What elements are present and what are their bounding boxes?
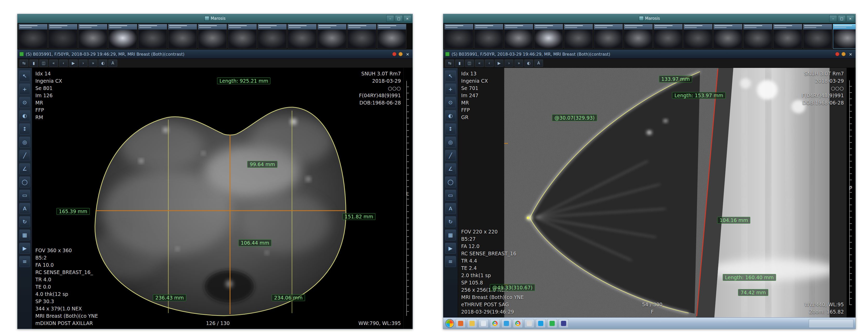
sync-icon[interactable]: ⇆ <box>20 60 28 67</box>
series-thumbnail[interactable] <box>168 24 197 49</box>
roi-ellipse-icon[interactable]: ◯ <box>19 177 30 187</box>
explorer-folder-icon[interactable] <box>467 319 477 328</box>
series-thumbnail[interactable] <box>833 24 856 49</box>
ruler-icon[interactable]: ╱ <box>445 150 456 161</box>
magnify-icon[interactable]: ◎ <box>19 137 30 148</box>
stack-scroll-icon[interactable]: ↕ <box>445 123 456 134</box>
layout-grid-icon[interactable]: ◫ <box>465 60 474 67</box>
settings-icon[interactable]: ≡ <box>445 256 456 267</box>
system-tray[interactable] <box>809 319 854 328</box>
series-thumbnail[interactable] <box>803 24 832 49</box>
start-button[interactable] <box>445 319 454 328</box>
quick-launch-icon[interactable] <box>456 319 466 328</box>
magnify-icon[interactable]: ◎ <box>445 137 456 148</box>
text-annotation-icon[interactable]: A <box>19 203 30 214</box>
minimize-button[interactable]: – <box>829 15 837 22</box>
last-image-icon[interactable]: » <box>515 60 523 67</box>
roi-rect-icon[interactable]: ▭ <box>19 190 30 201</box>
status-dot-icon[interactable] <box>841 52 846 56</box>
select-icon[interactable]: ↖ <box>445 70 456 81</box>
overlay-toggle-icon[interactable]: A <box>108 60 117 67</box>
window-level-icon[interactable]: ◐ <box>445 110 456 121</box>
first-image-icon[interactable]: « <box>49 60 58 67</box>
series-thumbnail[interactable] <box>624 24 653 49</box>
series-thumbnail[interactable] <box>594 24 623 49</box>
zoom-icon[interactable]: ⊙ <box>19 97 30 108</box>
series-thumbnail[interactable] <box>713 24 742 49</box>
series-thumbnail[interactable] <box>534 24 563 49</box>
image-viewport-axial[interactable]: Idx 14Ingenia CXSe 801Im 126MRFFPRM SNUH… <box>32 68 403 329</box>
measurement-label[interactable]: 151.82 mm <box>342 213 376 220</box>
series-thumbnail[interactable] <box>444 24 473 49</box>
media-app-icon[interactable] <box>524 319 534 328</box>
cine-icon[interactable]: ▶ <box>445 243 456 254</box>
image-viewport-sagittal[interactable]: Idx 13Ingenia CXSe 701Im 247MRFFPGR SNUH… <box>458 68 846 318</box>
next-image-icon[interactable]: › <box>79 60 88 67</box>
overlay-toggle-icon[interactable]: A <box>534 60 543 67</box>
layout-1x1-icon[interactable]: ▮ <box>455 60 464 67</box>
series-thumbnail[interactable] <box>773 24 802 49</box>
pan-icon[interactable]: + <box>19 84 30 95</box>
measurement-label[interactable]: Length: 925.21 mm <box>217 78 271 84</box>
series-thumbnail[interactable] <box>138 24 167 49</box>
series-thumbnail[interactable] <box>19 24 48 49</box>
chrome-browser-icon-2[interactable] <box>513 319 523 328</box>
chrome-browser-icon[interactable] <box>490 319 500 328</box>
series-thumbnail[interactable] <box>654 24 683 49</box>
measurement-label[interactable]: Length: 160.40 mm <box>723 274 776 281</box>
series-thumbnail[interactable] <box>108 24 137 49</box>
layout-grid-icon[interactable]: ◫ <box>39 60 48 67</box>
measurement-label[interactable]: 165.39 mm <box>56 208 90 215</box>
maximize-button[interactable]: □ <box>395 15 403 22</box>
series-thumbnail[interactable] <box>564 24 593 49</box>
measurement-label[interactable]: 106.44 mm <box>238 239 272 246</box>
series-thumbnail[interactable] <box>474 24 503 49</box>
text-annotation-icon[interactable]: A <box>445 203 456 214</box>
invert-icon[interactable]: ◐ <box>98 60 107 67</box>
layout-1x1-icon[interactable]: ▮ <box>29 60 38 67</box>
angle-icon[interactable]: ∠ <box>19 163 30 174</box>
measurement-label[interactable]: 236.43 mm <box>153 294 186 301</box>
window-titlebar[interactable]: Marosis – □ × <box>18 14 412 23</box>
alert-icon[interactable] <box>392 52 397 56</box>
roi-rect-icon[interactable]: ▭ <box>445 190 456 201</box>
document-app-icon[interactable] <box>478 319 489 328</box>
stack-scroll-icon[interactable]: ↕ <box>19 123 30 134</box>
series-thumbnail[interactable] <box>198 24 227 49</box>
next-image-icon[interactable]: › <box>504 60 514 67</box>
last-image-icon[interactable]: » <box>89 60 97 67</box>
series-thumbnail[interactable] <box>258 24 287 49</box>
series-thumbnail[interactable] <box>78 24 107 49</box>
close-button[interactable]: × <box>403 15 411 22</box>
rotate-icon[interactable]: ↻ <box>445 216 456 227</box>
rotate-icon[interactable]: ↻ <box>19 216 30 227</box>
measurement-label[interactable]: 74.42 mm <box>738 289 768 296</box>
series-thumbnail[interactable] <box>287 24 317 49</box>
series-thumbnail[interactable] <box>347 24 376 49</box>
cine-icon[interactable]: ▶ <box>19 243 30 254</box>
viewer-app-icon[interactable] <box>559 319 568 328</box>
series-thumbnail[interactable] <box>317 24 346 49</box>
window-level-icon[interactable]: ◐ <box>19 110 30 121</box>
minimize-button[interactable]: – <box>386 15 394 22</box>
window-titlebar[interactable]: Marosis – □ × <box>443 14 856 23</box>
measurement-label[interactable]: 99.64 mm <box>247 161 277 168</box>
measurement-label[interactable]: 234.06 mm <box>272 294 305 301</box>
close-study-icon[interactable]: × <box>848 52 854 57</box>
play-cine-icon[interactable]: ▶ <box>495 60 503 67</box>
series-thumbnail[interactable] <box>504 24 533 49</box>
series-thumbnail[interactable] <box>228 24 257 49</box>
roi-ellipse-icon[interactable]: ◯ <box>445 177 456 187</box>
close-button[interactable]: × <box>846 15 854 22</box>
status-dot-icon[interactable] <box>399 52 403 56</box>
prev-image-icon[interactable]: ‹ <box>59 60 68 67</box>
series-thumbnail[interactable] <box>743 24 772 49</box>
mail-app-icon[interactable] <box>501 319 512 328</box>
series-thumbnail[interactable] <box>377 24 406 49</box>
series-thumbnail[interactable] <box>683 24 713 49</box>
play-cine-icon[interactable]: ▶ <box>69 60 78 67</box>
layout-icon[interactable]: ▦ <box>19 230 30 240</box>
settings-icon[interactable]: ≡ <box>19 256 30 267</box>
series-thumbnail[interactable] <box>48 24 78 49</box>
ruler-icon[interactable]: ╱ <box>19 150 30 161</box>
